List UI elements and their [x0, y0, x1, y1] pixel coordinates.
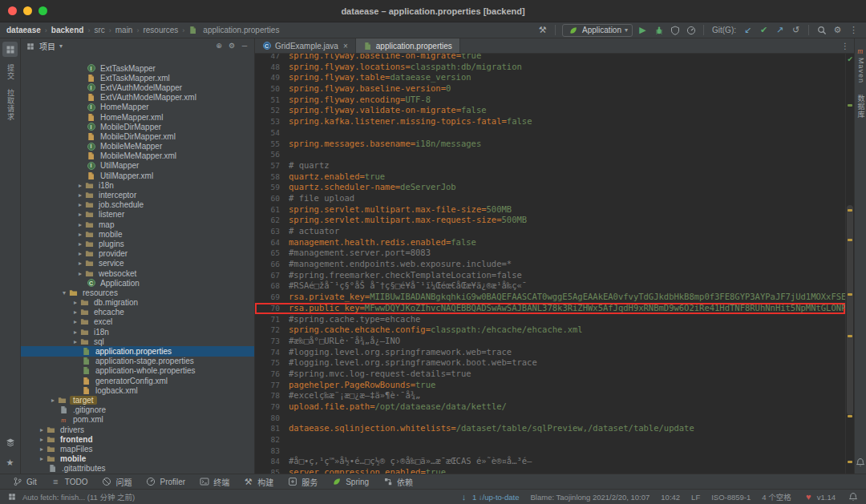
code-line[interactable]: 85server.compression.enabled=true	[255, 467, 845, 474]
code-line[interactable]: 74#logging.level.org.springframework.web…	[255, 347, 845, 358]
chevron-right-icon[interactable]: ▸	[71, 329, 80, 336]
push-icon[interactable]: ↗	[774, 24, 786, 36]
rollback-icon[interactable]: ↺	[790, 24, 802, 36]
close-window-button[interactable]	[8, 6, 17, 15]
tool-window-button[interactable]: Spring	[324, 474, 375, 489]
tool-window-button[interactable]: Profiler	[139, 474, 192, 489]
code-line[interactable]: 60# file upload	[255, 193, 845, 204]
hammer-icon[interactable]: ⚒	[536, 24, 548, 36]
chevron-right-icon[interactable]: ▸	[37, 436, 47, 443]
coverage-icon[interactable]	[669, 24, 681, 36]
scrollbar-thumb[interactable]	[847, 205, 853, 415]
code-line[interactable]: 80	[255, 413, 845, 424]
code-line[interactable]: 58quartz.enabled=true	[255, 171, 845, 183]
status-widget[interactable]	[847, 491, 859, 503]
tree-item[interactable]: ExtTaskMapper.xml	[21, 73, 254, 83]
tree-item[interactable]: ▸target	[21, 395, 254, 405]
warning-stripe-mark[interactable]	[848, 461, 852, 463]
tree-item[interactable]: MobileDirMapper.xml	[21, 131, 254, 141]
code-line[interactable]: 51spring.flyway.encoding=UTF-8	[255, 95, 845, 106]
status-widget[interactable]: Blame: Taojinlong 2021/2/20, 10:07	[531, 493, 650, 502]
debug-icon[interactable]	[653, 24, 665, 36]
code-line[interactable]: 73#æ‰□å°□URLè·¯å¾„å¿—INO	[255, 336, 845, 347]
chevron-right-icon[interactable]: ▸	[71, 338, 80, 345]
inspections-ok-icon[interactable]: ✔	[847, 55, 853, 63]
tree-item[interactable]: ▸drivers	[21, 425, 254, 434]
status-widget[interactable]: ♥v1.14	[803, 491, 836, 503]
status-widget[interactable]: 4 个空格	[762, 491, 791, 502]
tree-item[interactable]: application.properties	[21, 346, 254, 356]
tree-item[interactable]: ▸listener	[21, 210, 254, 220]
chevron-right-icon[interactable]: ▸	[75, 182, 85, 189]
code-line[interactable]: 71#spring.cache.type=ehcache	[255, 314, 845, 325]
code-line[interactable]: 64management.health.redis.enabled=false	[255, 237, 845, 248]
tree-item[interactable]: IUtilMapper	[21, 161, 254, 171]
code-line[interactable]: 56	[255, 149, 845, 160]
chevron-right-icon[interactable]: ▸	[75, 240, 85, 248]
code-line[interactable]: 65#management.server.port=8083	[255, 248, 845, 259]
code-line[interactable]: 57# quartz	[255, 160, 845, 171]
tree-item[interactable]: ▸mapFiles	[21, 444, 254, 454]
chevron-right-icon[interactable]: ▸	[75, 231, 85, 238]
settings-icon[interactable]: ⚙	[227, 42, 237, 51]
status-widget[interactable]: ↓1 ↓/up-to-date	[458, 491, 520, 503]
more-icon[interactable]: ⋮	[848, 24, 860, 36]
code-line[interactable]: 50spring.flyway.baseline-version=0	[255, 83, 845, 95]
code-line[interactable]: 54	[255, 127, 845, 139]
chevron-down-icon[interactable]: ▾	[59, 42, 63, 50]
tool-window-button[interactable]: 问题	[95, 474, 139, 489]
tree-item[interactable]: ▸mobile	[21, 454, 254, 464]
breadcrumb-item[interactable]: main	[115, 26, 133, 34]
chevron-right-icon[interactable]: ▸	[37, 426, 47, 433]
warning-stripe-mark[interactable]	[848, 239, 852, 241]
code-line[interactable]: 68#RSAé□žå¯¹ç§°åŠ å¯†ç§□é¥å¯¹ï¼Œéœ€åŒæ­¥…	[255, 280, 845, 292]
tree-item[interactable]: ▸i18n	[21, 327, 254, 337]
tree-item[interactable]: generatorConfig.xml	[21, 376, 254, 385]
chevron-down-icon[interactable]: ▾	[59, 289, 69, 296]
tree-item[interactable]: ▸ehcache	[21, 308, 254, 317]
commit-icon[interactable]: ✔	[758, 24, 770, 36]
tree-item[interactable]: ▸sql	[21, 337, 254, 346]
tree-item[interactable]: MobileMeMapper.xml	[21, 151, 254, 161]
structure-tool-button[interactable]	[2, 434, 18, 450]
chevron-right-icon[interactable]: ▸	[71, 308, 80, 316]
chevron-right-icon[interactable]: ▸	[75, 192, 85, 199]
warning-stripe-mark[interactable]	[848, 209, 852, 212]
tree-item[interactable]: ▸plugins	[21, 239, 254, 248]
tree-item[interactable]: IExtTaskMapper	[21, 63, 254, 73]
pull-requests-tool-button[interactable]: 拉取请求	[5, 87, 15, 123]
minimize-window-button[interactable]	[23, 6, 32, 15]
code-line[interactable]: 59quartz.scheduler-name=deServerJob	[255, 182, 845, 193]
tree-item[interactable]: ▸db.migration	[21, 298, 254, 308]
code-line[interactable]: 79upload.file.path=/opt/dataease/data/ke…	[255, 401, 845, 413]
warning-stripe-mark[interactable]	[848, 293, 852, 296]
code-line[interactable]: 61spring.servlet.multipart.max-file-size…	[255, 204, 845, 216]
maven-tool-button[interactable]: mMaven	[853, 42, 866, 85]
tree-item[interactable]: ▸frontend	[21, 434, 254, 444]
favorites-tool-button[interactable]: ★	[2, 455, 18, 470]
tree-item[interactable]: IMobileMeMapper	[21, 142, 254, 151]
code-line[interactable]: 66#management.endpoints.web.exposure.inc…	[255, 259, 845, 270]
chevron-right-icon[interactable]: ▸	[37, 446, 47, 453]
tree-item[interactable]: ▸provider	[21, 249, 254, 259]
tree-item[interactable]: ▸job.schedule	[21, 200, 254, 210]
chevron-right-icon[interactable]: ▸	[75, 201, 85, 208]
tool-window-button[interactable]: 终端	[192, 474, 236, 489]
code-line[interactable]: 72spring.cache.ehcache.config=classpath:…	[255, 325, 845, 336]
chevron-right-icon[interactable]: ▸	[48, 397, 58, 404]
code-line[interactable]: 81dataease.sqlinjection.whitelists=/data…	[255, 423, 845, 434]
chevron-right-icon[interactable]: ▸	[75, 260, 85, 267]
code-line[interactable]: 77pagehelper.PageRowBounds=true	[255, 380, 845, 391]
code-line[interactable]: 52spring.flyway.validate-on-migrate=fals…	[255, 105, 845, 116]
code-line[interactable]: 69rsa.private_key=MIIBUwIBADANBgkqhkiG9w…	[255, 292, 845, 303]
tree-item[interactable]: .gitattributes	[21, 464, 254, 474]
status-widget[interactable]: 10:42	[661, 493, 680, 502]
chevron-right-icon[interactable]: ▸	[71, 299, 80, 306]
tree-item[interactable]: HomeMapper.xml	[21, 112, 254, 122]
tree-item[interactable]: IMobileDirMapper	[21, 122, 254, 131]
background-tasks-icon[interactable]	[7, 492, 17, 502]
project-menu-icon[interactable]	[26, 42, 35, 51]
code-line[interactable]: 82	[255, 434, 845, 446]
chevron-right-icon[interactable]: ▸	[75, 250, 85, 257]
tool-window-button[interactable]: ≡TODO	[43, 474, 95, 489]
